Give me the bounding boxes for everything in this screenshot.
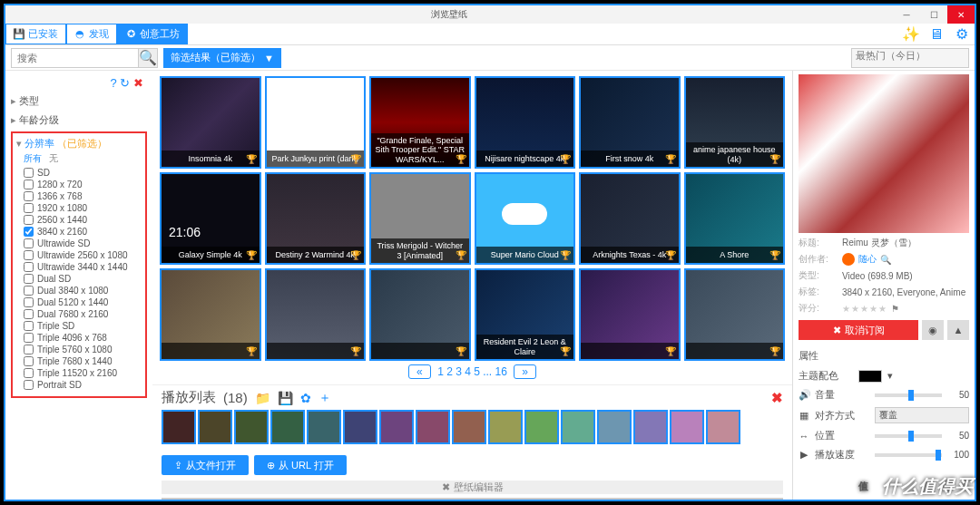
checkbox[interactable] [24, 191, 34, 201]
checkbox[interactable] [24, 333, 34, 343]
resolution-option[interactable]: Triple 7680 x 1440 [16, 355, 143, 367]
folder-icon[interactable]: 📁 [255, 391, 270, 405]
playlist-thumb[interactable] [343, 410, 377, 444]
close-icon[interactable]: ✕ [947, 5, 975, 24]
checkbox[interactable] [24, 238, 34, 248]
resolution-option[interactable]: Dual 7680 x 2160 [16, 308, 143, 320]
checkbox[interactable] [24, 227, 34, 237]
warning-icon[interactable]: ▲ [947, 320, 969, 340]
wallpaper-card[interactable]: Park Junkyu print (dark)🏆 [265, 76, 367, 169]
playlist-thumb[interactable] [416, 410, 450, 444]
speed-slider[interactable] [875, 453, 942, 457]
resolution-header[interactable]: 分辨率 （已筛选） [16, 137, 143, 151]
color-swatch[interactable] [858, 370, 882, 383]
playlist-thumb[interactable] [561, 410, 595, 444]
wallpaper-card[interactable]: Triss Merigold - Witcher 3 [Animated]🏆 [369, 172, 471, 265]
resolution-option[interactable]: Ultrawide 2560 x 1080 [16, 249, 143, 261]
wallpaper-card[interactable]: Insomnia 4k🏆 [160, 76, 261, 169]
checkbox[interactable] [24, 380, 34, 390]
wallpaper-card[interactable]: Arknights Texas - 4k🏆 [579, 172, 681, 265]
playlist-thumb[interactable] [633, 410, 668, 444]
settings-icon[interactable]: ✿ [300, 391, 311, 405]
wallpaper-card[interactable]: 🏆 [684, 268, 786, 361]
search-input[interactable] [11, 48, 158, 68]
refresh-icon[interactable]: ↻ [120, 76, 130, 90]
select-none[interactable]: 无 [49, 153, 58, 163]
checkbox[interactable] [24, 262, 34, 272]
add-icon[interactable]: ＋ [318, 390, 331, 406]
resolution-option[interactable]: 3840 x 2160 [16, 226, 143, 238]
minimize-icon[interactable]: ─ [893, 5, 920, 24]
wallpaper-card[interactable]: 🏆 [160, 268, 261, 361]
page-prev[interactable]: « [408, 364, 431, 379]
resolution-option[interactable]: Triple 4096 x 768 [16, 332, 143, 344]
select-all[interactable]: 所有 [24, 153, 42, 163]
checkbox[interactable] [24, 345, 34, 354]
playlist-thumb[interactable] [488, 410, 523, 444]
flag-icon[interactable]: ⚑ [891, 304, 900, 314]
resolution-option[interactable]: 1366 x 768 [16, 190, 143, 202]
tab-workshop[interactable]: ✪创意工坊 [117, 24, 188, 44]
checkbox[interactable] [24, 321, 34, 331]
wallpaper-editor-button[interactable]: ✖壁纸编辑器 [162, 481, 783, 494]
wallpaper-card[interactable]: Super Mario Cloud🏆 [475, 172, 576, 265]
sort-select[interactable]: 最热门（今日） [851, 48, 969, 68]
playlist-thumb[interactable] [597, 410, 632, 444]
wallpaper-card[interactable]: Resident Evil 2 Leon & Claire🏆 [475, 268, 576, 361]
clear-icon[interactable]: ✖ [133, 76, 143, 90]
checkbox[interactable] [24, 286, 34, 296]
filter-chip[interactable]: 筛选结果（已筛选）▼ [163, 48, 281, 68]
search-icon[interactable]: 🔍 [138, 48, 158, 68]
tab-discover[interactable]: ◓发现 [66, 24, 117, 44]
playlist-thumb[interactable] [670, 410, 704, 444]
checkbox[interactable] [24, 274, 34, 284]
resolution-option[interactable]: Triple 11520 x 2160 [16, 367, 143, 379]
volume-slider[interactable] [875, 393, 942, 397]
wallpaper-card[interactable]: Destiny 2 Warmind 4k🏆 [265, 172, 367, 265]
resolution-option[interactable]: SD [16, 167, 143, 179]
checkbox[interactable] [24, 168, 34, 178]
wallpaper-card[interactable]: "Grande Finale, Special Sith Trooper Edi… [369, 76, 471, 169]
sidebar-category[interactable]: 类型 [11, 92, 147, 111]
wallpaper-card[interactable]: 21:06Galaxy Simple 4k🏆 [160, 172, 261, 265]
playlist-thumb[interactable] [706, 410, 740, 444]
resolution-option[interactable]: Ultrawide 3440 x 1440 [16, 261, 143, 273]
checkbox[interactable] [24, 309, 34, 319]
remove-playlist-icon[interactable]: ✖ [771, 390, 783, 406]
playlist-thumb[interactable] [379, 410, 414, 444]
page-next[interactable]: » [514, 364, 536, 379]
tab-installed[interactable]: 💾已安装 [5, 24, 66, 44]
sidebar-category[interactable]: 年龄分级 [11, 111, 147, 130]
unsubscribe-button[interactable]: ✖取消订阅 [799, 320, 918, 340]
wallpaper-card[interactable]: 🏆 [579, 268, 681, 361]
align-select[interactable]: 覆盖 [875, 407, 969, 423]
playlist-thumb[interactable] [452, 410, 486, 444]
resolution-option[interactable]: Portrait SD [16, 379, 143, 391]
playlist-thumb[interactable] [307, 410, 341, 444]
wallpaper-card[interactable]: 🏆 [265, 268, 367, 361]
help-icon[interactable]: ? [111, 76, 117, 90]
playlist-thumb[interactable] [198, 410, 232, 444]
resolution-option[interactable]: Dual SD [16, 273, 143, 285]
resolution-option[interactable]: Dual 5120 x 1440 [16, 296, 143, 308]
resolution-option[interactable]: 1280 x 720 [16, 179, 143, 190]
playlist-thumb[interactable] [270, 410, 305, 444]
save-playlist-icon[interactable]: 💾 [278, 391, 293, 405]
wallpaper-card[interactable]: Nijisare nightscape 4k🏆 [475, 76, 576, 169]
checkbox[interactable] [24, 250, 34, 260]
checkbox[interactable] [24, 297, 34, 307]
playlist-thumb[interactable] [162, 410, 196, 444]
wand-icon[interactable]: ✨ [898, 24, 924, 44]
playlist-thumb[interactable] [234, 410, 269, 444]
checkbox[interactable] [24, 368, 34, 378]
checkbox[interactable] [24, 215, 34, 225]
page-numbers[interactable]: 1 2 3 4 5 ... 16 [437, 365, 507, 378]
open-from-file-button[interactable]: ⇪从文件打开 [162, 455, 249, 475]
detail-author[interactable]: 随心🔍 [842, 253, 969, 266]
resolution-option[interactable]: 1920 x 1080 [16, 202, 143, 214]
resolution-option[interactable]: Dual 3840 x 1080 [16, 285, 143, 296]
wallpaper-card[interactable]: First snow 4k🏆 [579, 76, 681, 169]
steam-icon[interactable]: ◉ [922, 320, 944, 340]
position-slider[interactable] [875, 434, 942, 438]
wallpaper-card[interactable]: A Shore🏆 [684, 172, 786, 265]
